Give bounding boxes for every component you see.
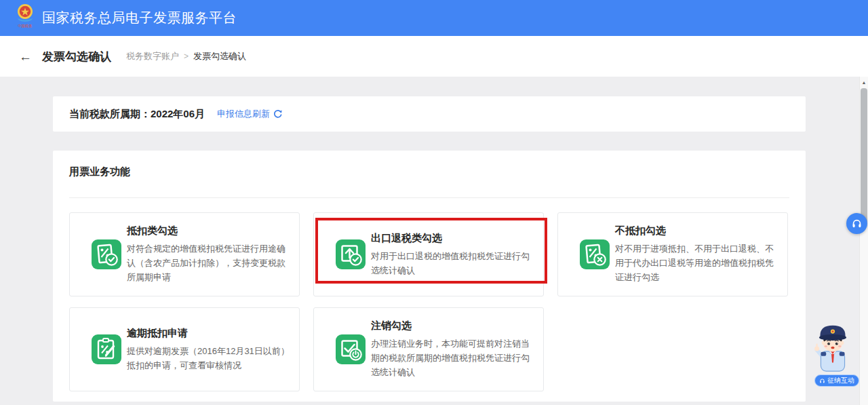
- headset-icon: [851, 218, 863, 229]
- refresh-icon: [273, 109, 283, 119]
- card-title: 不抵扣勾选: [615, 225, 780, 237]
- tax-officer-mascot[interactable]: [810, 321, 856, 375]
- card-desc: 对不用于进项抵扣、不用于出口退税、不用于代办出口退税等用途的增值税扣税凭证进行勾…: [615, 242, 780, 284]
- card-title: 逾期抵扣申请: [127, 327, 292, 340]
- non-deduction-check-icon: [578, 238, 611, 271]
- breadcrumb-bar: ← 发票勾选确认 税务数字账户 > 发票勾选确认: [0, 36, 868, 77]
- top-header-bar: 中国税务 国家税务总局电子发票服务平台: [0, 0, 868, 36]
- card-desc: 对符合规定的增值税扣税凭证进行用途确认（含农产品加计扣除），支持变更税款所属期申…: [127, 242, 292, 284]
- divider: [69, 197, 789, 198]
- deduction-check-icon: [90, 238, 123, 271]
- card-desc: 办理注销业务时，本功能可提前对注销当期的税款所属期的增值税扣税凭证进行勾选统计确…: [371, 336, 536, 379]
- interaction-badge-label: 征纳互动: [827, 376, 854, 385]
- headset-icon: [819, 378, 825, 384]
- electronic-invoice-platform: 中国税务 国家税务总局电子发票服务平台 ← 发票勾选确认 税务数字账户 > 发票…: [0, 0, 868, 405]
- tax-officer-mascot-icon: [810, 321, 856, 375]
- page-title: 发票勾选确认: [42, 49, 111, 64]
- card-desc: 对用于出口退税的增值税扣税凭证进行勾选统计确认: [371, 249, 536, 277]
- card-desc: 提供对逾期发票（2016年12月31日以前）抵扣的申请，可查看审核情况: [127, 344, 292, 372]
- card-non-deduction-check[interactable]: 不抵扣勾选 对不用于进项抵扣、不用于出口退税、不用于代办出口退税等用途的增值税扣…: [557, 212, 788, 296]
- card-overdue-deduction-apply[interactable]: 逾期抵扣申请 提供对逾期发票（2016年12月31日以前）抵扣的申请，可查看审核…: [69, 307, 300, 391]
- scrollbar-thumb[interactable]: [861, 88, 867, 224]
- refresh-link-label: 申报信息刷新: [217, 108, 270, 120]
- logo-caption: 中国税务: [18, 24, 33, 28]
- tax-period-panel: 当前税款所属期： 2022年06月 申报信息刷新: [53, 96, 806, 132]
- breadcrumb-separator: >: [184, 52, 189, 61]
- platform-title: 国家税务总局电子发票服务平台: [42, 9, 237, 27]
- cancellation-check-icon: [334, 333, 367, 366]
- interaction-badge[interactable]: 征纳互动: [814, 374, 859, 387]
- customer-service-headset-button[interactable]: [846, 213, 867, 234]
- breadcrumb-current: 发票勾选确认: [193, 50, 246, 62]
- tax-period-value: 2022年06月: [151, 108, 205, 121]
- card-deduction-check[interactable]: 抵扣类勾选 对符合规定的增值税扣税凭证进行用途确认（含农产品加计扣除），支持变更…: [69, 212, 300, 296]
- breadcrumb-parent[interactable]: 税务数字账户: [126, 50, 179, 62]
- card-title: 出口退税类勾选: [371, 232, 536, 245]
- national-emblem-logo-icon: 中国税务: [14, 3, 36, 35]
- function-cards-grid: 抵扣类勾选 对符合规定的增值税扣税凭证进行用途确认（含农产品加计扣除），支持变更…: [69, 212, 789, 391]
- overdue-deduction-apply-icon: [90, 333, 123, 366]
- functions-panel-title: 用票业务功能: [69, 166, 130, 178]
- card-title: 抵扣类勾选: [127, 225, 292, 237]
- refresh-declaration-link[interactable]: 申报信息刷新: [217, 108, 283, 120]
- back-arrow-icon[interactable]: ←: [19, 50, 32, 63]
- card-cancellation-check[interactable]: 注销勾选 办理注销业务时，本功能可提前对注销当期的税款所属期的增值税扣税凭证进行…: [313, 307, 544, 391]
- emblem-graphic-icon: [16, 3, 34, 24]
- scroll-up-button[interactable]: ▲: [860, 77, 868, 88]
- card-export-rebate-check[interactable]: 出口退税类勾选 对用于出口退税的增值税扣税凭证进行勾选统计确认: [313, 212, 544, 296]
- invoice-functions-panel: 用票业务功能 抵扣类勾选 对符合规定的增值税扣税凭证进行用途确认（含农产品加计扣…: [53, 151, 806, 402]
- card-title: 注销勾选: [371, 320, 536, 332]
- export-rebate-check-icon: [334, 238, 367, 271]
- tax-period-label: 当前税款所属期：: [69, 108, 151, 121]
